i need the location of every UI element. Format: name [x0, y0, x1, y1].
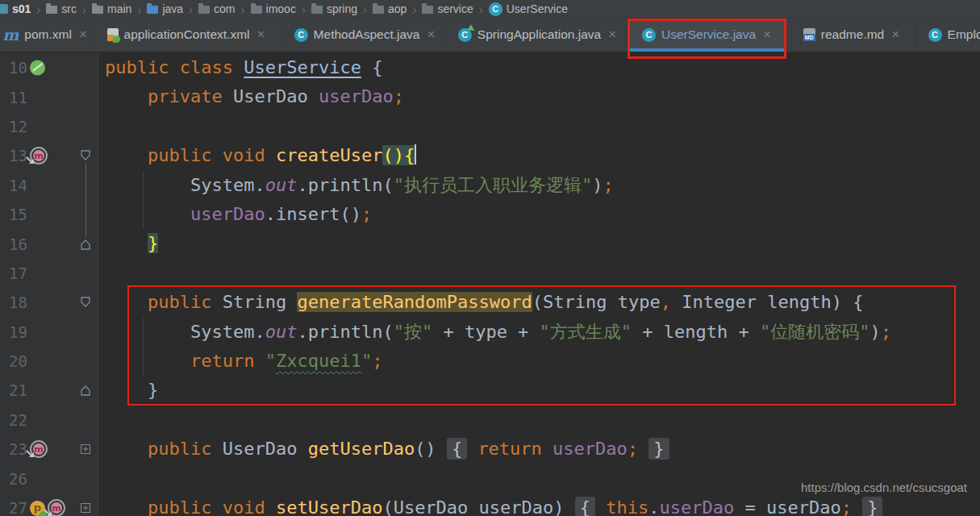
code-text[interactable]: } — [98, 229, 980, 258]
breadcrumb-item-s01[interactable]: s01 — [0, 2, 31, 15]
code-text[interactable]: private UserDao userDao; — [98, 82, 980, 111]
token-kw: this — [606, 497, 648, 516]
token-kw: public class — [105, 57, 244, 77]
chevron-separator: › — [241, 2, 245, 16]
code-line-17: 17 — [0, 259, 980, 288]
code-text[interactable]: } — [98, 376, 980, 405]
code-text[interactable]: public String generateRandomPassword(Str… — [98, 288, 980, 317]
breadcrumb-item-java[interactable]: java — [147, 2, 183, 15]
class-icon: C — [928, 28, 942, 42]
fold-marker-open-top[interactable] — [79, 149, 92, 162]
fold-marker-plus[interactable] — [79, 501, 92, 514]
fold-marker-open-bottom[interactable] — [79, 238, 92, 251]
fold-gutter — [75, 347, 96, 376]
code-text[interactable] — [98, 259, 980, 288]
breadcrumb-item-spring[interactable]: spring — [311, 2, 357, 15]
token-fld: userDao — [319, 86, 394, 106]
gutter: 14 — [0, 171, 98, 200]
module-icon — [0, 4, 8, 14]
code-editor[interactable]: 10public class UserService {11 private U… — [0, 52, 980, 516]
gutter-icons: m — [30, 440, 48, 458]
spring-config-icon — [107, 28, 119, 41]
close-icon[interactable]: × — [763, 29, 771, 40]
breadcrumb-item-src[interactable]: src — [46, 2, 77, 15]
breadcrumb-item-UserService[interactable]: CUserService — [489, 2, 568, 16]
code-text[interactable]: userDao.insert(); — [98, 200, 980, 229]
code-text[interactable]: System.out.println("按" + type + "方式生成" +… — [98, 318, 980, 347]
line-number: 20 — [0, 352, 27, 370]
breadcrumb-item-service[interactable]: service — [422, 2, 473, 15]
token-pl: (UserDao userDao) — [382, 497, 574, 516]
code-text[interactable] — [98, 406, 980, 435]
token-strw: Zxcquei1 — [276, 351, 361, 371]
chevron-separator: › — [36, 2, 40, 16]
breadcrumb-item-main[interactable]: main — [92, 2, 131, 15]
gutter: 23m — [0, 435, 98, 464]
close-icon[interactable]: × — [608, 29, 616, 40]
tab-Employee[interactable]: CEmployee× — [917, 18, 980, 52]
line-number: 27 — [0, 499, 27, 516]
token-pl: + length + — [632, 322, 760, 342]
breadcrumb-item-aop[interactable]: aop — [373, 2, 407, 15]
token-kw: public void — [148, 145, 276, 165]
token-pl: String — [223, 292, 298, 312]
token-cls: UserService — [244, 57, 361, 77]
run-icon — [467, 24, 476, 33]
gutter: 15 — [0, 200, 98, 229]
code-text[interactable]: public void setUserDao(UserDao userDao) … — [98, 493, 980, 516]
line-number: 19 — [0, 323, 27, 341]
aop-advice-icon[interactable]: m — [30, 440, 48, 458]
code-text[interactable] — [98, 112, 980, 141]
code-text[interactable]: return "Zxcquei1"; — [98, 347, 980, 376]
tab-SpringApplication.java[interactable]: CSpringApplication.java× — [448, 18, 628, 52]
tab-applicationContext.xml[interactable]: applicationContext.xml× — [90, 18, 282, 52]
token-pl: ) — [592, 175, 603, 195]
code-text[interactable]: public class UserService { — [98, 53, 980, 82]
aop-advice-icon[interactable]: m — [48, 499, 65, 516]
close-icon[interactable]: × — [427, 29, 435, 40]
breadcrumb-label: java — [162, 2, 183, 15]
token-pl — [105, 86, 148, 106]
fold-marker-plus[interactable] — [79, 443, 92, 456]
breadcrumb-item-com[interactable]: com — [198, 2, 235, 15]
token-str: " — [265, 351, 276, 371]
token-pl: .println( — [297, 175, 393, 195]
code-text[interactable]: public UserDao getUserDao() { return use… — [98, 435, 980, 464]
fold-gutter — [75, 464, 96, 493]
gutter-icons: m — [30, 147, 48, 164]
tab-UserService.java[interactable]: CUserService.java× — [628, 18, 786, 52]
folder-icon — [92, 6, 103, 14]
chevron-separator: › — [479, 2, 483, 16]
token-str: "位随机密码" — [760, 322, 870, 342]
token-pl: .insert() — [265, 204, 361, 224]
code-text[interactable]: public void createUser(){ — [98, 141, 980, 170]
line-number: 23 — [0, 440, 27, 458]
line-number: 26 — [0, 470, 27, 488]
fold-gutter — [75, 435, 96, 464]
close-icon[interactable]: × — [257, 29, 265, 40]
tab-MethodAspect.java[interactable]: CMethodAspect.java× — [282, 18, 448, 52]
aop-advice-icon[interactable]: m — [30, 147, 48, 164]
code-line-10: 10public class UserService { — [0, 53, 980, 82]
breadcrumb-label: src — [61, 2, 77, 15]
chevron-separator: › — [412, 2, 416, 16]
tab-pom.xml[interactable]: mpom.xml× — [0, 18, 90, 52]
token-brhi: (){ — [382, 145, 415, 165]
close-icon[interactable]: × — [79, 29, 87, 40]
token-str: "按" — [394, 322, 433, 342]
code-line-23: 23m public UserDao getUserDao() { return… — [0, 435, 980, 464]
fold-marker-open-top[interactable] — [79, 296, 92, 309]
token-pl: UserDao — [233, 86, 319, 106]
breadcrumb-item-imooc[interactable]: imooc — [251, 2, 296, 15]
code-text[interactable]: System.out.println("执行员工入职业务逻辑"); — [98, 171, 980, 200]
token-semi: ; — [841, 497, 852, 516]
token-pl — [105, 351, 190, 371]
spring-bean-icon[interactable] — [30, 60, 45, 76]
tab-readme.md[interactable]: MDreadme.md× — [786, 18, 917, 52]
line-number: 11 — [0, 89, 27, 106]
close-icon[interactable]: × — [891, 29, 899, 40]
fold-marker-open-bottom[interactable] — [79, 384, 92, 397]
token-pl: + type + — [432, 322, 539, 342]
token-pl — [105, 292, 148, 312]
token-semi: ; — [372, 351, 382, 371]
